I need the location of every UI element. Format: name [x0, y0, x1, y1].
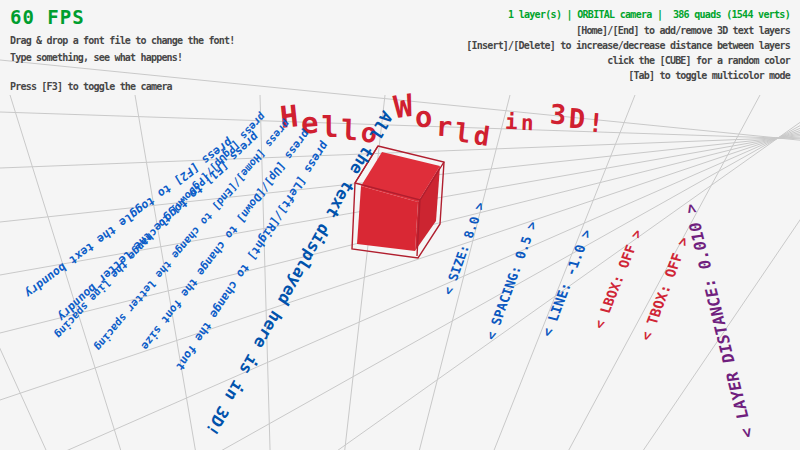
demo-viewport[interactable]: Hello World in 3D! All the text displaye… — [0, 0, 800, 450]
status-bar: 1 layer(s) | ORBITAL camera | 386 quads … — [508, 9, 790, 20]
instruction-multicolor-mode: [Tab] to toggle multicolor mode — [628, 70, 790, 81]
instruction-type-something: Type something, see what happens! — [10, 52, 182, 63]
instruction-cube-random-color: click the [CUBE] for a random color — [607, 55, 790, 66]
wave-headline-text: Hello World in 3D! — [280, 88, 607, 124]
instruction-layer-distance: [Insert]/[Delete] to increase/decrease d… — [466, 40, 790, 51]
instruction-toggle-camera: Press [F3] to toggle the camera — [10, 81, 172, 92]
instruction-add-remove-layers: [Home]/[End] to add/remove 3D text layer… — [576, 25, 790, 36]
fps-counter: 60 FPS — [10, 6, 85, 28]
instruction-drag-drop-font: Drag & drop a font file to change the fo… — [10, 35, 234, 46]
